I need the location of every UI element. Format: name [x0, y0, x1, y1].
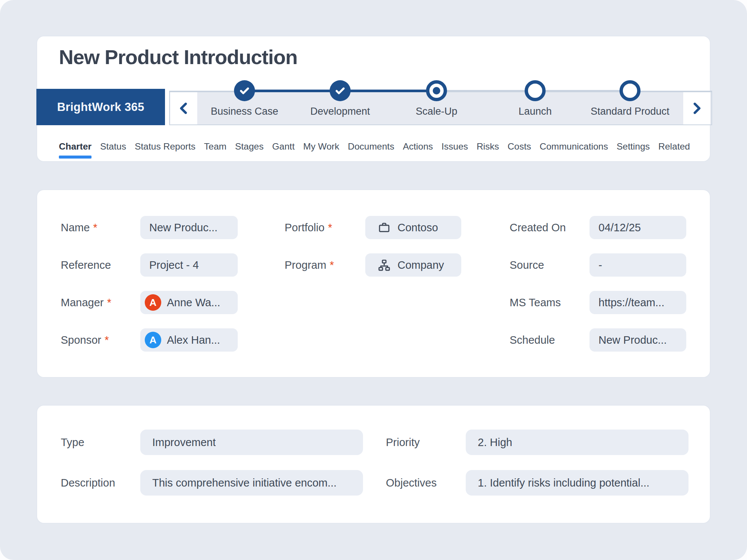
- created-on-field[interactable]: 04/12/25: [590, 216, 686, 239]
- check-icon: [238, 85, 250, 97]
- name-field[interactable]: New Produc...: [140, 216, 238, 239]
- ms-teams-label: MS Teams: [510, 291, 561, 314]
- brand-label: BrightWork 365: [57, 100, 144, 114]
- manager-field[interactable]: A Anne Wa...: [140, 291, 238, 314]
- tab-issues[interactable]: Issues: [441, 138, 468, 152]
- stage-business-case[interactable]: [234, 80, 255, 101]
- manager-avatar: A: [145, 294, 161, 311]
- required-asterisk: *: [107, 296, 111, 309]
- tab-settings[interactable]: Settings: [616, 138, 650, 152]
- stage-label: Standard Product: [581, 106, 679, 117]
- tab-charter[interactable]: Charter: [59, 138, 92, 159]
- tab-communications[interactable]: Communications: [540, 138, 608, 152]
- ms-teams-field[interactable]: https://team...: [590, 291, 686, 314]
- description-field[interactable]: This comprehensive initiative encom...: [140, 470, 363, 496]
- required-asterisk: *: [105, 334, 109, 346]
- tab-team[interactable]: Team: [204, 138, 226, 152]
- stage-label: Scale-Up: [388, 106, 485, 117]
- chevron-left-icon: [177, 102, 190, 115]
- current-stage-dot: [433, 87, 440, 94]
- tab-costs[interactable]: Costs: [508, 138, 531, 152]
- tab-actions[interactable]: Actions: [403, 138, 433, 152]
- required-asterisk: *: [328, 222, 332, 234]
- page-title: New Product Introduction: [59, 45, 297, 69]
- stage-development[interactable]: [330, 80, 351, 101]
- program-field[interactable]: Company: [365, 253, 461, 277]
- objectives-field[interactable]: 1. Identify risks including potential...: [466, 470, 688, 496]
- tab-my-work[interactable]: My Work: [303, 138, 339, 152]
- stage-prev-button[interactable]: [170, 92, 197, 124]
- schedule-field[interactable]: New Produc...: [590, 328, 686, 352]
- app-background: New Product Introduction BrightWork 365 …: [0, 0, 747, 560]
- required-asterisk: *: [330, 259, 334, 271]
- details-form-card: Type Improvement Description This compre…: [36, 405, 711, 524]
- tab-related[interactable]: Related: [658, 138, 690, 152]
- stage-next-button[interactable]: [683, 92, 710, 124]
- tab-gantt[interactable]: Gantt: [272, 138, 295, 152]
- portfolio-field[interactable]: Contoso: [365, 216, 461, 239]
- briefcase-icon: [378, 221, 391, 234]
- charter-form-card: Name* New Produc... Reference Project - …: [36, 189, 711, 378]
- description-label: Description: [61, 470, 115, 496]
- required-asterisk: *: [93, 222, 97, 234]
- priority-field[interactable]: 2. High: [466, 430, 688, 455]
- sponsor-field[interactable]: A Alex Han...: [140, 328, 238, 352]
- tab-status-reports[interactable]: Status Reports: [135, 138, 195, 152]
- portfolio-label: Portfolio*: [285, 216, 332, 239]
- name-label: Name*: [61, 216, 98, 239]
- tab-stages[interactable]: Stages: [235, 138, 264, 152]
- project-header-card: New Product Introduction BrightWork 365 …: [36, 36, 711, 162]
- reference-field[interactable]: Project - 4: [140, 253, 238, 277]
- stage-label: Business Case: [196, 106, 293, 117]
- sponsor-avatar: A: [145, 332, 161, 348]
- sponsor-label: Sponsor*: [61, 328, 109, 352]
- tab-bar: Charter Status Status Reports Team Stage…: [59, 138, 690, 159]
- manager-label: Manager*: [61, 291, 111, 314]
- stage-label: Development: [291, 106, 389, 117]
- source-label: Source: [510, 253, 544, 277]
- created-on-label: Created On: [510, 216, 566, 239]
- type-label: Type: [61, 430, 84, 455]
- source-field[interactable]: -: [590, 253, 686, 277]
- stage-scale-up[interactable]: [426, 80, 447, 101]
- type-field[interactable]: Improvement: [140, 430, 363, 455]
- check-icon: [334, 85, 346, 97]
- tab-risks[interactable]: Risks: [477, 138, 499, 152]
- chevron-right-icon: [690, 102, 704, 115]
- stage-launch[interactable]: [525, 80, 546, 101]
- tab-documents[interactable]: Documents: [348, 138, 394, 152]
- program-label: Program*: [285, 253, 334, 277]
- brand-badge: BrightWork 365: [36, 89, 165, 125]
- stage-standard-product[interactable]: [620, 80, 640, 101]
- stage-label: Launch: [486, 106, 584, 117]
- tab-status[interactable]: Status: [100, 138, 126, 152]
- reference-label: Reference: [61, 253, 111, 277]
- priority-label: Priority: [386, 430, 420, 455]
- schedule-label: Schedule: [510, 328, 555, 352]
- objectives-label: Objectives: [386, 470, 436, 496]
- org-chart-icon: [378, 259, 391, 272]
